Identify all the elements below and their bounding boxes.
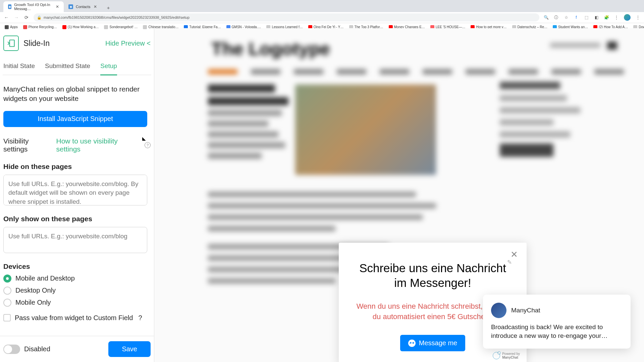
lock-icon: 🔒 xyxy=(37,15,42,20)
toggle-label: Disabled xyxy=(24,345,50,353)
forward-icon[interactable]: → xyxy=(13,14,19,20)
back-icon[interactable]: ← xyxy=(3,14,9,20)
hide-pages-input[interactable] xyxy=(3,175,147,205)
pass-value-option[interactable]: Pass value from widget to Custom Field ? xyxy=(3,314,151,322)
only-show-input[interactable] xyxy=(3,227,147,253)
only-show-heading: Only show on these pages xyxy=(3,215,151,223)
close-icon[interactable]: ✕ xyxy=(93,4,98,9)
install-snippet-button[interactable]: Install JavaScript Snippet xyxy=(3,111,147,127)
browser-tab-2[interactable]: ◆ Contacts ✕ xyxy=(64,1,102,12)
hide-preview-button[interactable]: Hide Preview < xyxy=(105,40,151,47)
messenger-icon xyxy=(408,340,416,347)
svg-rect-0 xyxy=(10,40,14,47)
extension-icon[interactable]: 🧩 xyxy=(604,15,609,20)
sidebar-header: Slide-In Hide Preview < xyxy=(3,36,151,51)
radio-icon xyxy=(3,299,11,307)
message-me-button[interactable]: Message me xyxy=(400,335,466,351)
close-icon[interactable]: ✕ xyxy=(511,249,518,260)
enable-toggle-wrap: Disabled xyxy=(3,345,50,354)
slide-in-icon xyxy=(3,36,19,51)
edit-icon[interactable]: ✎ xyxy=(507,259,512,266)
address-bar: ← → ⟳ 🔒 manychat.com/fb19815020819206l8/… xyxy=(0,12,644,23)
star-icon[interactable]: ☆ xyxy=(564,15,569,20)
hide-pages-heading: Hide on these pages xyxy=(3,163,151,171)
checkbox-icon xyxy=(3,314,11,321)
tab-setup[interactable]: Setup xyxy=(100,62,117,75)
enable-toggle[interactable] xyxy=(3,345,20,354)
device-option-mobile-only[interactable]: Mobile Only xyxy=(3,299,151,307)
manychat-logo-icon xyxy=(493,352,500,359)
tab-bar: ◆ Growth Tool #3 Opt-In Messag… ✕ ◆ Cont… xyxy=(0,0,644,12)
visibility-row: Visibility settings How to use visibilit… xyxy=(3,137,151,153)
devices-group: Mobile and Desktop Desktop Only Mobile O… xyxy=(3,275,151,307)
powered-by-badge[interactable]: Powered byManyChat xyxy=(493,352,520,359)
notification-toast[interactable]: ManyChat Broadcasting is back! We are ex… xyxy=(483,295,631,349)
close-icon[interactable]: ✕ xyxy=(56,4,59,9)
extension-icon[interactable]: ⬚ xyxy=(584,15,589,20)
menu-icon[interactable]: ⋮ xyxy=(635,15,641,20)
browser-chrome: ◆ Growth Tool #3 Opt-In Messag… ✕ ◆ Cont… xyxy=(0,0,644,28)
tab-favicon-icon: ◆ xyxy=(68,4,73,9)
new-tab-button[interactable]: ＋ xyxy=(104,4,112,12)
extensions-icon[interactable]: ⋮ xyxy=(614,15,619,20)
visibility-label: Visibility settings xyxy=(3,137,54,153)
extension-icon[interactable]: ◧ xyxy=(594,15,599,20)
widget-title[interactable]: Schreibe uns eine Nachricht im Messenger… xyxy=(354,261,511,290)
save-button[interactable]: Save xyxy=(108,341,151,357)
address-actions: 🔍 ⓘ ☆ f ⬚ ◧ 🧩 ⋮ ⋮ xyxy=(543,14,641,21)
notification-body: Broadcasting is back! We are excited to … xyxy=(491,323,623,341)
url-input[interactable]: 🔒 manychat.com/fb19815020819206l8/cms/fi… xyxy=(34,13,539,21)
tab-favicon-icon: ◆ xyxy=(8,4,11,9)
radio-icon xyxy=(3,275,11,283)
notification-sender: ManyChat xyxy=(511,307,540,314)
browser-tab-1[interactable]: ◆ Growth Tool #3 Opt-In Messag… ✕ xyxy=(3,1,64,12)
radio-icon xyxy=(3,287,11,295)
url-text: manychat.com/fb19815020819206l8/cms/file… xyxy=(44,15,190,19)
device-option-mobile-desktop[interactable]: Mobile and Desktop xyxy=(3,275,151,283)
reload-icon[interactable]: ⟳ xyxy=(23,14,30,20)
help-icon[interactable]: ? xyxy=(138,314,142,322)
tab-title: Growth Tool #3 Opt-In Messag… xyxy=(14,3,53,11)
sidebar-tabs: Initial State Submitted State Setup xyxy=(3,62,151,75)
preview-pane: The Logotype xyxy=(154,28,644,362)
device-option-desktop-only[interactable]: Desktop Only xyxy=(3,287,151,295)
avatar xyxy=(491,303,506,318)
visibility-help-link[interactable]: How to use visibility settings xyxy=(56,137,143,153)
snippet-description: ManyChat relies on global snippet to ren… xyxy=(3,84,151,104)
devices-heading: Devices xyxy=(3,262,151,270)
sidebar-footer: Disabled Save xyxy=(0,336,154,362)
tab-title: Contacts xyxy=(76,5,90,9)
profile-icon[interactable] xyxy=(624,14,631,21)
app-container: Slide-In Hide Preview < Initial State Su… xyxy=(0,28,644,362)
sidebar-title: Slide-In xyxy=(23,39,101,48)
help-icon[interactable]: ? xyxy=(145,142,151,148)
zoom-icon[interactable]: 🔍 xyxy=(543,15,549,20)
sidebar: Slide-In Hide Preview < Initial State Su… xyxy=(0,28,154,362)
cursor-icon: ◣ xyxy=(142,136,146,141)
info-icon[interactable]: ⓘ xyxy=(553,15,559,20)
tab-initial-state[interactable]: Initial State xyxy=(3,62,35,75)
notification-header: ManyChat xyxy=(491,303,623,318)
facebook-icon[interactable]: f xyxy=(574,15,579,20)
tab-submitted-state[interactable]: Submitted State xyxy=(45,62,90,75)
